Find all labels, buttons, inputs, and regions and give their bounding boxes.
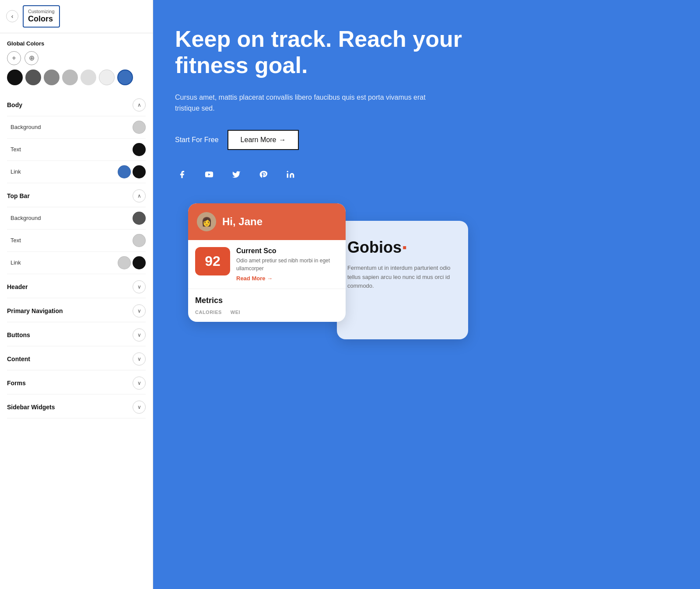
header-section: Header ∨	[7, 276, 146, 298]
twitter-icon[interactable]	[229, 167, 243, 181]
primary-nav-section: Primary Navigation ∨	[7, 300, 146, 322]
topbar-text-row: Text	[7, 230, 146, 252]
topbar-link-label: Link	[10, 259, 21, 266]
topbar-text-label: Text	[10, 237, 21, 244]
gobios-dot: ▪	[402, 240, 407, 254]
svg-point-1	[287, 171, 288, 172]
youtube-icon[interactable]	[202, 167, 216, 181]
global-colors-title: Global Colors	[7, 40, 146, 47]
content-section-header[interactable]: Content ∨	[7, 348, 146, 370]
primary-nav-section-header[interactable]: Primary Navigation ∨	[7, 300, 146, 322]
learn-more-arrow: →	[279, 136, 286, 144]
score-badge: 92	[195, 247, 230, 275]
forms-section-header[interactable]: Forms ∨	[7, 372, 146, 394]
metric-calories: CALORIES	[195, 310, 222, 315]
header-section-label: Header	[7, 283, 28, 290]
forms-section: Forms ∨	[7, 372, 146, 394]
body-background-swatch[interactable]	[133, 121, 146, 134]
gobios-logo: Gobios ▪	[347, 238, 458, 257]
body-text-swatch[interactable]	[133, 143, 146, 156]
header-section-header[interactable]: Header ∨	[7, 276, 146, 298]
metrics-section: Metrics CALORIES WEI	[188, 289, 346, 322]
social-icons	[175, 167, 678, 181]
header-main-label: Colors	[28, 14, 55, 24]
left-panel: ‹ Customizing Colors Global Colors + ⊕ B…	[0, 0, 153, 589]
swatch-2[interactable]	[44, 70, 60, 85]
topbar-link-row: Link	[7, 252, 146, 274]
buttons-section-header[interactable]: Buttons ∨	[7, 324, 146, 346]
app-card-header: 👩 Hi, Jane	[188, 203, 346, 240]
metric-weight: WEI	[231, 310, 240, 315]
buttons-section-label: Buttons	[7, 331, 30, 338]
sidebar-widgets-section-label: Sidebar Widgets	[7, 404, 55, 411]
panel-header: ‹ Customizing Colors	[0, 0, 153, 33]
primary-nav-section-label: Primary Navigation	[7, 307, 63, 314]
hero-title: Keep on track. Reach your fitness goal.	[175, 26, 472, 79]
body-link-swatch-1[interactable]	[118, 165, 131, 178]
topbar-link-swatch-1[interactable]	[118, 256, 131, 269]
content-chevron[interactable]: ∨	[133, 352, 146, 366]
buttons-chevron[interactable]: ∨	[133, 328, 146, 342]
score-label: Current Sco	[236, 247, 339, 255]
panel-content: Global Colors + ⊕ Body ∧ Background	[0, 33, 153, 427]
body-link-swatches	[118, 165, 146, 178]
score-info: Current Sco Odio amet pretiur sed nibh m…	[236, 247, 339, 282]
app-card-main: 👩 Hi, Jane 92 Current Sco Odio amet pret…	[188, 203, 346, 322]
add-color-button[interactable]: +	[7, 51, 21, 65]
body-text-label: Text	[10, 146, 21, 153]
sidebar-widgets-chevron[interactable]: ∨	[133, 401, 146, 414]
topbar-chevron[interactable]: ∧	[133, 189, 146, 202]
forms-section-label: Forms	[7, 380, 26, 387]
score-desc: Odio amet pretiur sed nibh morbi in eget…	[236, 257, 339, 272]
content-section-label: Content	[7, 355, 30, 362]
app-score-row: 92 Current Sco Odio amet pretiur sed nib…	[188, 240, 346, 289]
read-more-link[interactable]: Read More →	[236, 275, 339, 282]
body-text-row: Text	[7, 139, 146, 161]
preview-hero: Keep on track. Reach your fitness goal. …	[153, 0, 700, 339]
metrics-cols: CALORIES WEI	[195, 310, 339, 315]
header-chevron[interactable]: ∨	[133, 280, 146, 293]
body-link-swatch-2[interactable]	[133, 165, 146, 178]
body-section-label: Body	[7, 101, 22, 108]
topbar-section-header[interactable]: Top Bar ∧	[7, 185, 146, 207]
topbar-link-swatch-2[interactable]	[133, 256, 146, 269]
app-preview: 👩 Hi, Jane 92 Current Sco Odio amet pret…	[175, 203, 678, 322]
palette-button[interactable]: ⊕	[24, 51, 38, 65]
hero-subtitle: Cursus amet, mattis placerat convallis l…	[175, 92, 438, 114]
sidebar-widgets-section-header[interactable]: Sidebar Widgets ∨	[7, 396, 146, 418]
body-chevron[interactable]: ∧	[133, 98, 146, 112]
forms-chevron[interactable]: ∨	[133, 376, 146, 390]
buttons-section: Buttons ∨	[7, 324, 146, 346]
sidebar-widgets-section: Sidebar Widgets ∨	[7, 396, 146, 418]
swatch-6[interactable]	[117, 70, 133, 85]
swatch-5[interactable]	[99, 70, 115, 85]
hero-buttons: Start For Free Learn More →	[175, 130, 678, 150]
topbar-section-label: Top Bar	[7, 192, 30, 199]
body-link-row: Link	[7, 161, 146, 183]
primary-nav-chevron[interactable]: ∨	[133, 304, 146, 317]
swatch-4[interactable]	[80, 70, 96, 85]
color-actions: + ⊕	[7, 51, 146, 65]
pinterest-icon[interactable]	[256, 167, 270, 181]
topbar-background-swatch[interactable]	[133, 212, 146, 225]
topbar-background-label: Background	[10, 215, 41, 221]
linkedin-icon[interactable]	[284, 167, 298, 181]
right-panel: Keep on track. Reach your fitness goal. …	[153, 0, 700, 589]
body-background-swatches	[133, 121, 146, 134]
facebook-icon[interactable]	[175, 167, 189, 181]
header-title-block: Customizing Colors	[23, 5, 60, 28]
start-free-button[interactable]: Start For Free	[175, 136, 219, 144]
learn-more-button[interactable]: Learn More →	[228, 130, 299, 150]
app-card-secondary: Gobios ▪ Fermentum ut in interdum partur…	[337, 221, 468, 339]
topbar-text-swatch[interactable]	[133, 234, 146, 247]
swatch-3[interactable]	[62, 70, 78, 85]
global-swatches	[7, 70, 146, 85]
back-button[interactable]: ‹	[6, 10, 18, 22]
swatch-0[interactable]	[7, 70, 23, 85]
gobios-name: Gobios	[347, 238, 402, 257]
topbar-background-swatches	[133, 212, 146, 225]
header-sub-label: Customizing	[28, 9, 55, 14]
body-section-header[interactable]: Body ∧	[7, 94, 146, 116]
swatch-1[interactable]	[25, 70, 41, 85]
content-section: Content ∨	[7, 348, 146, 370]
